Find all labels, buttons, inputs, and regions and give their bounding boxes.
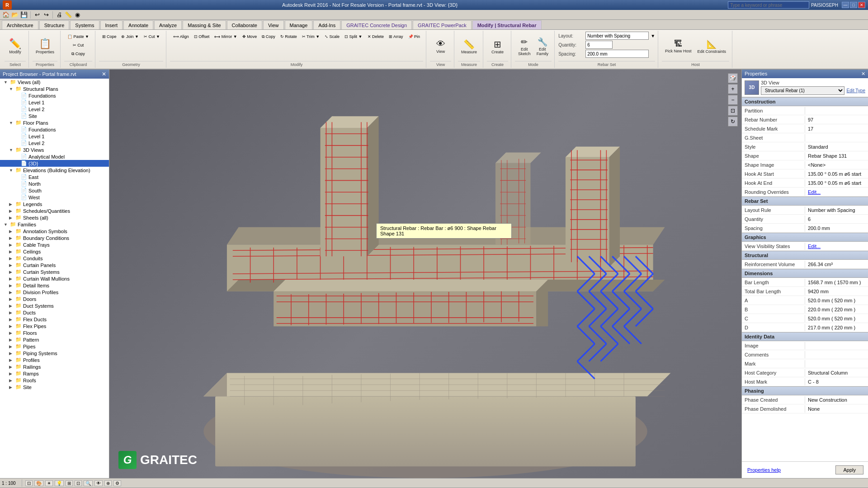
tree-item[interactable]: 📄 North: [0, 180, 109, 187]
tab-view[interactable]: View: [263, 20, 284, 29]
edit-type-link[interactable]: Edit Type: [846, 88, 865, 93]
project-browser-close[interactable]: ✕: [102, 71, 106, 77]
layout-dropdown-icon[interactable]: ▼: [651, 33, 655, 38]
cut-btn[interactable]: ✂ Cut ▼: [142, 33, 162, 41]
modify-btn[interactable]: ✏️ Modify: [7, 33, 24, 60]
view-cube-btn[interactable]: 🎲: [728, 73, 738, 83]
tree-item[interactable]: ▶ 📁 Flex Pipes: [0, 323, 109, 329]
detail-level-btn[interactable]: ⊡: [25, 480, 33, 486]
tree-item[interactable]: ▼ 📁 3D Views: [0, 146, 109, 153]
element-selector[interactable]: Structural Rebar (1): [761, 86, 844, 95]
tab-analyze[interactable]: Analyze: [154, 20, 182, 29]
tree-item[interactable]: 📄 East: [0, 174, 109, 180]
tree-item[interactable]: 📄 Level 1: [0, 133, 109, 140]
tab-manage[interactable]: Manage: [285, 20, 313, 29]
tree-item[interactable]: 📄 Site: [0, 113, 109, 119]
orbit-btn[interactable]: ↻: [728, 117, 738, 127]
properties-btn[interactable]: 📋 Properties: [33, 33, 57, 60]
view3d-btn[interactable]: ◉: [73, 11, 81, 19]
tree-item[interactable]: ▶ 📁 Pipes: [0, 343, 109, 350]
tree-item[interactable]: ▼ 📁 Views (all): [0, 79, 109, 85]
props-section-header[interactable]: Dimensions: [742, 269, 868, 278]
tree-item[interactable]: 📄 Foundations: [0, 126, 109, 133]
tab-modify-rebar[interactable]: Modify | Structural Rebar: [472, 20, 542, 29]
tree-item[interactable]: ▶ 📁 Piping Systems: [0, 350, 109, 357]
edit-family-btn[interactable]: 🔧 Edit Family: [534, 34, 551, 59]
tree-item[interactable]: ▶ 📁 Roofs: [0, 377, 109, 384]
tree-item[interactable]: 📄 Analytical Model: [0, 153, 109, 160]
tree-item[interactable]: ▶ 📁 Railings: [0, 363, 109, 370]
offset-btn[interactable]: ⊡ Offset: [192, 33, 212, 41]
clipboard-paste-btn[interactable]: 📋 Paste ▼: [65, 33, 91, 41]
edit-constraints-btn[interactable]: 📐 Edit Constraints: [695, 34, 729, 59]
move-btn[interactable]: ✥ Move: [240, 33, 259, 41]
tree-item[interactable]: ▼ 📁 Families: [0, 221, 109, 228]
undo-btn[interactable]: ↩: [33, 11, 41, 19]
window-controls[interactable]: — □ ✕: [842, 2, 865, 8]
tree-item[interactable]: ▶ 📁 Ramps: [0, 370, 109, 377]
tree-item[interactable]: ▶ 📁 Flex Ducts: [0, 316, 109, 323]
print-btn[interactable]: 🖨: [55, 11, 63, 19]
props-section-header[interactable]: Construction: [742, 97, 868, 106]
measure-btn[interactable]: 📏: [64, 11, 72, 19]
split-btn[interactable]: ⊡ Split ▼: [342, 33, 364, 41]
pin-btn[interactable]: 📌 Pin: [406, 33, 423, 41]
tree-item[interactable]: ▶ 📁 Detail Items: [0, 282, 109, 289]
measure-panel-btn[interactable]: 📏 Measure: [459, 33, 479, 60]
edit-sketch-btn[interactable]: ✏ Edit Sketch: [516, 34, 533, 59]
project-browser-tree[interactable]: ▼ 📁 Views (all) ▼ 📁 Structural Plans 📄 F…: [0, 79, 109, 478]
save-btn[interactable]: 💾: [20, 11, 28, 19]
copy-btn[interactable]: ⧉ Copy: [259, 33, 278, 41]
tree-item[interactable]: 📄 Level 2: [0, 140, 109, 146]
home-btn[interactable]: 🏠: [2, 11, 10, 19]
tree-item[interactable]: ▶ 📁 Doors: [0, 296, 109, 302]
properties-help-link[interactable]: Properties help: [745, 465, 783, 474]
tree-item[interactable]: ▼ 📁 Elevations (Building Elevation): [0, 167, 109, 174]
pick-new-host-btn[interactable]: 🏗 Pick New Host: [663, 34, 694, 59]
props-section-header[interactable]: Identity Data: [742, 332, 868, 341]
tab-architecture[interactable]: Architecture: [2, 20, 38, 29]
tree-item[interactable]: ▶ 📁 Boundary Conditions: [0, 235, 109, 241]
visual-style-btn[interactable]: 🎨: [34, 480, 43, 486]
tree-item[interactable]: ▶ 📁 Ceilings: [0, 248, 109, 255]
tree-item[interactable]: ▶ 📁 Curtain Panels: [0, 262, 109, 268]
tab-graitec-concrete[interactable]: GRAITEC Concrete Design: [341, 20, 412, 29]
tab-collaborate[interactable]: Collaborate: [227, 20, 262, 29]
close-btn[interactable]: ✕: [858, 2, 865, 8]
tree-item[interactable]: ▼ 📁 Structural Plans: [0, 85, 109, 92]
maximize-btn[interactable]: □: [850, 2, 857, 8]
tree-item[interactable]: ▼ 📁 Floor Plans: [0, 119, 109, 126]
zoom-in-btn[interactable]: +: [728, 84, 738, 94]
search-input[interactable]: [728, 1, 809, 9]
design-opts-btn[interactable]: ⚙: [113, 480, 121, 486]
props-section-header[interactable]: Structural: [742, 251, 868, 260]
tab-graitec-pp[interactable]: GRAITEC PowerPack: [413, 20, 472, 29]
reveal-hidden-btn[interactable]: 👁: [94, 480, 103, 486]
tab-annotate[interactable]: Annotate: [123, 20, 153, 29]
spacing-input[interactable]: [585, 50, 649, 58]
zoom-fit-btn[interactable]: ⊡: [728, 106, 738, 116]
tree-item[interactable]: ▶ 📁 Sheets (all): [0, 214, 109, 221]
tree-item[interactable]: ▶ 📁 Annotation Symbols: [0, 228, 109, 235]
sun-settings-btn[interactable]: ☀: [45, 480, 53, 486]
show-crop-btn[interactable]: ⊡: [75, 480, 82, 486]
tree-item[interactable]: 📄 Level 1: [0, 99, 109, 106]
tree-item[interactable]: ▶ 📁 Curtain Systems: [0, 268, 109, 275]
quantity-input[interactable]: [585, 41, 613, 49]
array-btn[interactable]: ⊞ Array: [387, 33, 406, 41]
tree-item[interactable]: ▶ 📁 Ducts: [0, 309, 109, 316]
tree-item[interactable]: ▶ 📁 Legends: [0, 201, 109, 207]
join-btn[interactable]: ⊕ Join ▼: [119, 33, 141, 41]
tree-item[interactable]: ▶ 📁 Conduits: [0, 255, 109, 262]
tree-item[interactable]: ▶ 📁 Division Profiles: [0, 289, 109, 296]
render-btn[interactable]: 💡: [55, 480, 64, 486]
tree-item[interactable]: ▶ 📁 Duct Systems: [0, 302, 109, 309]
align-btn[interactable]: ⟺ Align: [171, 33, 191, 41]
tree-item[interactable]: ▶ 📁 Schedules/Quantities: [0, 207, 109, 214]
minimize-btn[interactable]: —: [842, 2, 849, 8]
tree-item[interactable]: ▶ 📁 Site: [0, 384, 109, 390]
layout-input[interactable]: [585, 32, 649, 40]
scale-btn[interactable]: ⤡ Scale: [322, 33, 342, 41]
view-btn[interactable]: 👁 View: [433, 33, 449, 60]
tree-item[interactable]: ▶ 📁 Cable Trays: [0, 241, 109, 248]
